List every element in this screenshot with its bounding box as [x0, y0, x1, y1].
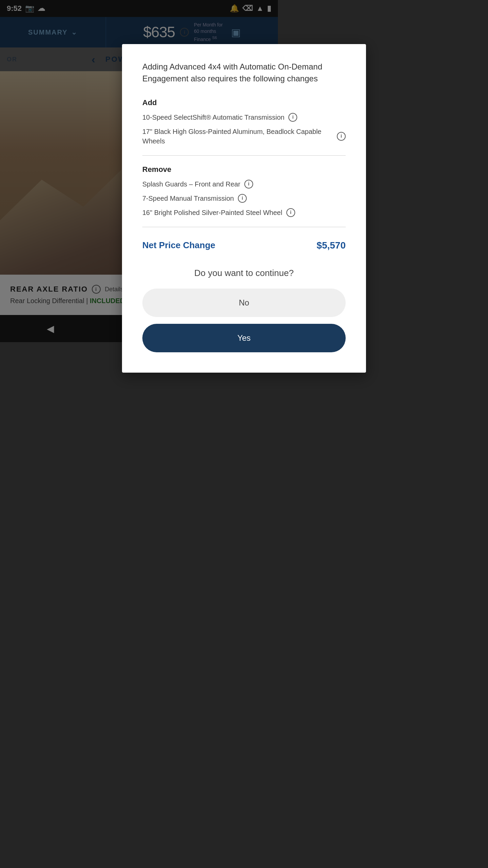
add-item-2-text: 17" Black High Gloss-Painted Aluminum, B… [142, 127, 278, 146]
continue-question: Do you want to continue? [142, 268, 278, 278]
remove-item-1-text: Splash Guards – Front and Rear [142, 179, 240, 189]
yes-button[interactable]: Yes [142, 324, 278, 352]
confirmation-modal: Adding Advanced 4x4 with Automatic On-De… [122, 44, 278, 373]
add-section-label: Add [142, 98, 278, 107]
net-price-row: Net Price Change $5,570 [142, 237, 278, 254]
no-button[interactable]: No [142, 289, 278, 317]
modal-overlay: Adding Advanced 4x4 with Automatic On-De… [0, 0, 278, 434]
add-section: Add 10-Speed SelectShift® Automatic Tran… [142, 98, 278, 146]
remove-section-label: Remove [142, 165, 278, 174]
remove-item-2-info-icon[interactable]: i [238, 194, 247, 203]
remove-section: Remove Splash Guards – Front and Rear i … [142, 165, 278, 217]
price-divider [142, 227, 278, 227]
list-item: 10-Speed SelectShift® Automatic Transmis… [142, 113, 278, 122]
list-item: 16" Bright Polished Silver-Painted Steel… [142, 208, 278, 217]
add-item-1-text: 10-Speed SelectShift® Automatic Transmis… [142, 113, 278, 122]
remove-item-1-info-icon[interactable]: i [244, 180, 253, 189]
list-item: 7-Speed Manual Transmission i [142, 194, 278, 203]
modal-description: Adding Advanced 4x4 with Automatic On-De… [142, 61, 278, 85]
list-item: 17" Black High Gloss-Painted Aluminum, B… [142, 127, 278, 146]
net-price-label: Net Price Change [142, 240, 215, 251]
list-item: Splash Guards – Front and Rear i [142, 179, 278, 189]
section-divider [142, 155, 278, 156]
remove-item-2-text: 7-Speed Manual Transmission [142, 194, 234, 203]
remove-item-3-text: 16" Bright Polished Silver-Painted Steel… [142, 208, 278, 217]
